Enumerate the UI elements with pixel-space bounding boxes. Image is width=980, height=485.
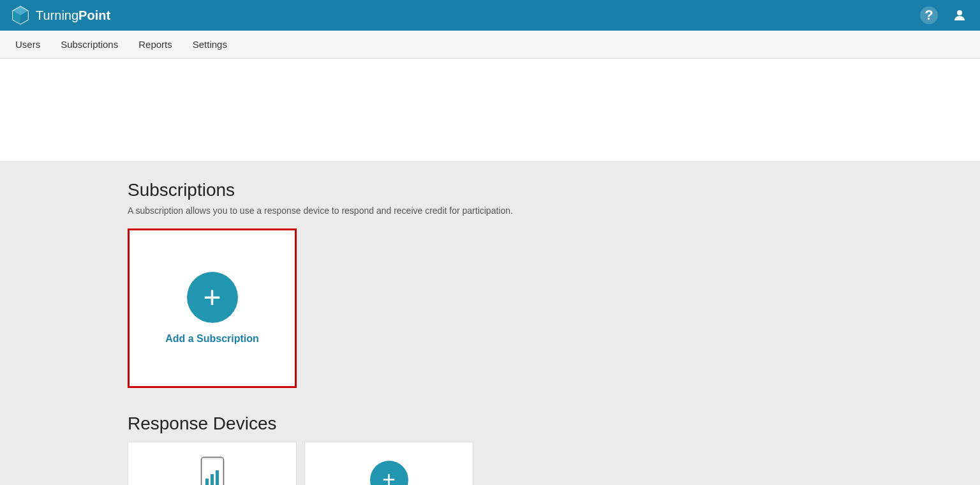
response-devices-title: Response Devices [128,414,980,434]
svg-rect-9 [205,479,209,486]
user-icon [952,8,967,23]
logo-text: TurningPoint [36,8,110,23]
nav-item-users[interactable]: Users [5,31,50,57]
add-device-icon-circle: + [370,461,408,485]
svg-point-4 [957,10,962,15]
nav-item-settings[interactable]: Settings [182,31,237,57]
response-devices-section: Response Devices [128,414,980,485]
logo-text-point: Point [78,8,110,22]
svg-rect-11 [216,470,219,486]
subscriptions-description: A subscription allows you to use a respo… [128,205,980,216]
add-device-card[interactable]: + [304,442,473,485]
nav-item-subscriptions[interactable]: Subscriptions [50,31,128,57]
header: TurningPoint ? [0,0,980,31]
subscriptions-title: Subscriptions [128,180,980,200]
add-device-plus-icon: + [382,468,396,485]
header-actions: ? [919,5,970,26]
phone-device-icon [197,456,228,486]
help-icon: ? [920,6,938,24]
phone-device-card[interactable] [128,442,297,485]
add-subscription-label: Add a Subscription [165,333,259,345]
top-section [0,59,980,161]
plus-icon: + [203,282,221,313]
subscriptions-cards: + Add a Subscription [128,228,980,388]
logo-icon [10,5,31,26]
logo-text-turning: Turning [36,8,78,22]
add-subscription-icon-circle: + [187,272,238,323]
add-subscription-card[interactable]: + Add a Subscription [128,228,297,388]
device-cards-container: + [128,442,980,485]
phone-icon [197,456,228,486]
main-content: Subscriptions A subscription allows you … [0,161,980,485]
navbar: Users Subscriptions Reports Settings [0,31,980,59]
help-button[interactable]: ? [919,5,939,26]
subscriptions-section: Subscriptions A subscription allows you … [128,180,980,388]
user-profile-button[interactable] [949,5,970,26]
nav-item-reports[interactable]: Reports [128,31,182,57]
logo: TurningPoint [10,5,110,26]
svg-rect-10 [211,474,214,486]
